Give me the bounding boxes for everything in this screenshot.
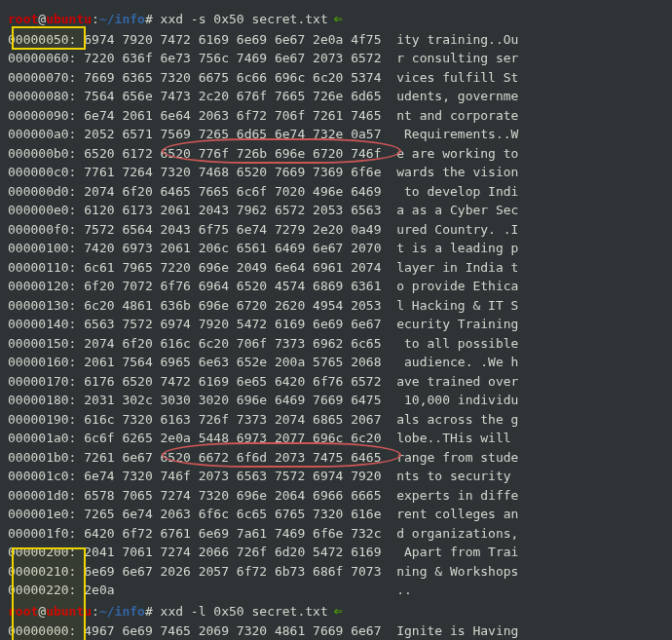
- hex-row: 00000210: 6e69 6e67 2026 2057 6f72 6b73 …: [8, 562, 664, 582]
- offset: 000001d0:: [8, 488, 76, 503]
- ascii-text: ning & Workshops: [396, 564, 518, 579]
- ascii-text: o provide Ethica: [396, 279, 518, 293]
- hex-bytes: 6578 7065 7274 7320 696e 2064 6966 6665: [84, 488, 381, 503]
- offset: 00000150:: [8, 336, 76, 351]
- hex-bytes: 6c61 7965 7220 696e 2049 6e64 6961 2074: [84, 260, 381, 275]
- hex-bytes: 7220 636f 6e73 756c 7469 6e67 2073 6572: [84, 51, 381, 65]
- hex-bytes: 6e69 6e67 2026 2057 6f72 6b73 686f 7073: [84, 564, 381, 579]
- ascii-text: range from stude: [396, 450, 518, 465]
- hex-row: 000001b0: 7261 6e67 6520 6672 6f6d 2073 …: [8, 448, 664, 468]
- hex-bytes: 6420 6f72 6761 6e69 7a61 7469 6f6e 732c: [84, 526, 381, 541]
- ascii-text: Requirements..W: [396, 127, 518, 141]
- hex-row: 00000090: 6e74 2061 6e64 2063 6f72 706f …: [8, 106, 664, 126]
- hex-bytes: 7564 656e 7473 2c20 676f 7665 726e 6d65: [84, 89, 381, 103]
- hex-row: 000000a0: 2052 6571 7569 7265 6d65 6e74 …: [8, 125, 664, 144]
- offset: 00000130:: [8, 298, 76, 313]
- hex-row: 000000b0: 6520 6172 6520 776f 726b 696e …: [8, 144, 664, 164]
- hex-row: 000001f0: 6420 6f72 6761 6e69 7a61 7469 …: [8, 524, 664, 544]
- hex-row: 000001c0: 6e74 7320 746f 2073 6563 7572 …: [8, 467, 664, 486]
- ascii-text: to develop Indi: [396, 184, 518, 199]
- ascii-text: wards the vision: [396, 165, 518, 179]
- ascii-text: a as a Cyber Sec: [396, 203, 518, 217]
- hex-bytes: 2031 302c 3030 3020 696e 6469 7669 6475: [84, 393, 381, 407]
- offset: 000000b0:: [8, 146, 76, 161]
- hex-bytes: 7265 6e74 2063 6f6c 6c65 6765 7320 616e: [84, 507, 381, 521]
- hex-row: 00000200: 2041 7061 7274 2066 726f 6d20 …: [8, 543, 664, 562]
- ascii-text: ave trained over: [396, 374, 518, 389]
- hex-bytes: 6c6f 6265 2e0a 5448 6973 2077 696c 6c20: [84, 431, 381, 445]
- offset: 000001e0:: [8, 507, 76, 521]
- ascii-text: Ignite is Having: [396, 623, 518, 638]
- hex-bytes: 6974 7920 7472 6169 6e69 6e67 2e0a 4f75: [84, 32, 381, 47]
- hex-bytes: 2061 7564 6965 6e63 652e 200a 5765 2068: [84, 355, 381, 369]
- prompt-host: ubuntu: [46, 12, 92, 26]
- offset: 00000090:: [8, 108, 76, 123]
- ascii-text: ..: [396, 583, 412, 597]
- hex-bytes: 7669 6365 7320 6675 6c66 696c 6c20 5374: [84, 70, 381, 85]
- hex-row: 00000110: 6c61 7965 7220 696e 2049 6e64 …: [8, 258, 664, 278]
- hex-row: 00000080: 7564 656e 7473 2c20 676f 7665 …: [8, 87, 664, 106]
- offset: 00000190:: [8, 412, 76, 427]
- offset: 000001b0:: [8, 450, 76, 465]
- ascii-text: als across the g: [396, 412, 518, 427]
- ascii-text: ured Country. .I: [396, 222, 518, 237]
- hex-row: 00000060: 7220 636f 6e73 756c 7469 6e67 …: [8, 49, 664, 68]
- hex-bytes: 6563 7572 6974 7920 5472 6169 6e69 6e67: [84, 317, 381, 331]
- offset: 00000080:: [8, 89, 76, 103]
- ascii-text: nts to security: [396, 469, 518, 483]
- arrow-icon: ⇐: [334, 10, 343, 27]
- hex-bytes: 7572 6564 2043 6f75 6e74 7279 2e20 0a49: [84, 222, 381, 237]
- hex-row: 000001d0: 6578 7065 7274 7320 696e 2064 …: [8, 486, 664, 506]
- offset: 00000000:: [8, 623, 76, 638]
- hex-row: 000001a0: 6c6f 6265 2e0a 5448 6973 2077 …: [8, 429, 664, 448]
- offset: 000000e0:: [8, 203, 76, 217]
- ascii-text: l Hacking & IT S: [396, 298, 518, 313]
- prompt-path: ~/info: [99, 12, 145, 26]
- ascii-text: nt and corporate: [396, 108, 518, 123]
- hex-row: 000000e0: 6120 6173 2061 2043 7962 6572 …: [8, 201, 664, 220]
- ascii-text: t is a leading p: [396, 241, 518, 255]
- offset: 00000110:: [8, 260, 76, 275]
- offset: 00000210:: [8, 564, 76, 579]
- hex-row: 00000070: 7669 6365 7320 6675 6c66 696c …: [8, 68, 664, 88]
- prompt-line-1: root@ubuntu:~/info# xxd -s 0x50 secret.t…: [8, 8, 664, 30]
- ascii-text: vices fulfill St: [396, 70, 518, 85]
- arrow-icon: ⇐: [334, 602, 343, 620]
- prompt-line-2: root@ubuntu:~/info# xxd -l 0x50 secret.t…: [8, 600, 664, 622]
- offset: 000001c0:: [8, 469, 76, 483]
- hex-bytes: 7761 7264 7320 7468 6520 7669 7369 6f6e: [84, 165, 381, 179]
- hex-row: 00000180: 2031 302c 3030 3020 696e 6469 …: [8, 391, 664, 410]
- ascii-text: 10,000 individu: [396, 393, 518, 407]
- hex-bytes: 7261 6e67 6520 6672 6f6d 2073 7475 6465: [84, 450, 381, 465]
- hex-row: 00000120: 6f20 7072 6f76 6964 6520 4574 …: [8, 277, 664, 296]
- ascii-text: ecurity Training: [396, 317, 518, 331]
- ascii-text: r consulting ser: [396, 51, 518, 65]
- ascii-text: udents, governme: [396, 89, 518, 103]
- ascii-text: rent colleges an: [396, 507, 518, 521]
- ascii-text: to all possible: [396, 336, 518, 351]
- ascii-text: lobe..THis will: [396, 431, 518, 445]
- hex-bytes: 6e74 2061 6e64 2063 6f72 706f 7261 7465: [84, 108, 381, 123]
- terminal[interactable]: root@ubuntu:~/info# xxd -s 0x50 secret.t…: [8, 8, 664, 640]
- hex-bytes: 616c 7320 6163 726f 7373 2074 6865 2067: [84, 412, 381, 427]
- offset: 00000100:: [8, 241, 76, 255]
- offset: 000001a0:: [8, 431, 76, 445]
- hex-bytes: 7420 6973 2061 206c 6561 6469 6e67 2070: [84, 241, 381, 255]
- hex-bytes: 6120 6173 2061 2043 7962 6572 2053 6563: [84, 203, 381, 217]
- hex-bytes: 6176 6520 7472 6169 6e65 6420 6f76 6572: [84, 374, 381, 389]
- hex-row: 00000220: 2e0a ..: [8, 581, 664, 600]
- hex-bytes: 6e74 7320 746f 2073 6563 7572 6974 7920: [84, 469, 381, 483]
- hex-row: 000001e0: 7265 6e74 2063 6f6c 6c65 6765 …: [8, 505, 664, 524]
- hex-bytes: 6520 6172 6520 776f 726b 696e 6720 746f: [84, 146, 381, 161]
- offset: 00000120:: [8, 279, 76, 293]
- hex-row: 00000150: 2074 6f20 616c 6c20 706f 7373 …: [8, 334, 664, 354]
- hex-row: 000000f0: 7572 6564 2043 6f75 6e74 7279 …: [8, 220, 664, 240]
- offset: 00000180:: [8, 393, 76, 407]
- offset: 00000050:: [8, 32, 76, 47]
- ascii-text: layer in India t: [396, 260, 518, 275]
- ascii-text: Apart from Trai: [396, 545, 518, 559]
- hex-row: 000000c0: 7761 7264 7320 7468 6520 7669 …: [8, 163, 664, 182]
- hex-bytes: 6f20 7072 6f76 6964 6520 4574 6869 6361: [84, 279, 381, 293]
- offset: 00000200:: [8, 545, 76, 559]
- offset: 000000f0:: [8, 222, 76, 237]
